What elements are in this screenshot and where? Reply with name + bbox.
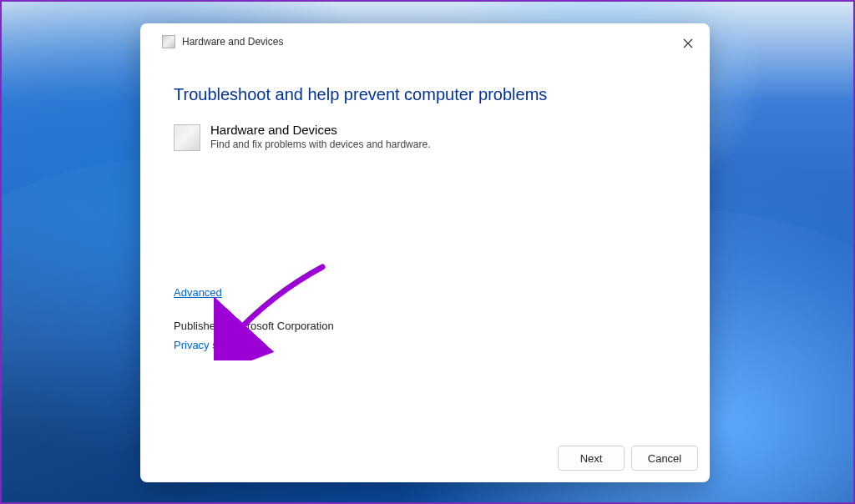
troubleshooter-title: Hardware and Devices [210,123,430,137]
publisher-label: Publisher: [174,320,222,332]
dialog-header: Hardware and Devices [140,23,710,53]
dialog-body: Troubleshoot and help prevent computer p… [140,53,710,436]
troubleshooter-description: Find and fix problems with devices and h… [210,139,430,150]
dialog-title: Hardware and Devices [182,36,283,48]
cancel-button[interactable]: Cancel [631,446,698,471]
main-heading: Troubleshoot and help prevent computer p… [174,85,676,104]
troubleshooter-text: Hardware and Devices Find and fix proble… [210,123,430,150]
close-icon [683,38,693,48]
troubleshooter-dialog: Hardware and Devices Troubleshoot and he… [140,23,710,482]
advanced-link[interactable]: Advanced [174,286,222,299]
troubleshooter-item: Hardware and Devices Find and fix proble… [174,123,676,151]
dialog-footer: Next Cancel [140,436,710,482]
close-button[interactable] [676,32,700,55]
hardware-icon [174,124,200,151]
publisher-info: Publisher: Microsoft Corporation [174,320,676,332]
privacy-statement-link[interactable]: Privacy statement [174,339,260,351]
publisher-value: Microsoft Corporation [230,320,333,332]
toolbox-icon [162,35,175,48]
next-button[interactable]: Next [558,446,625,471]
